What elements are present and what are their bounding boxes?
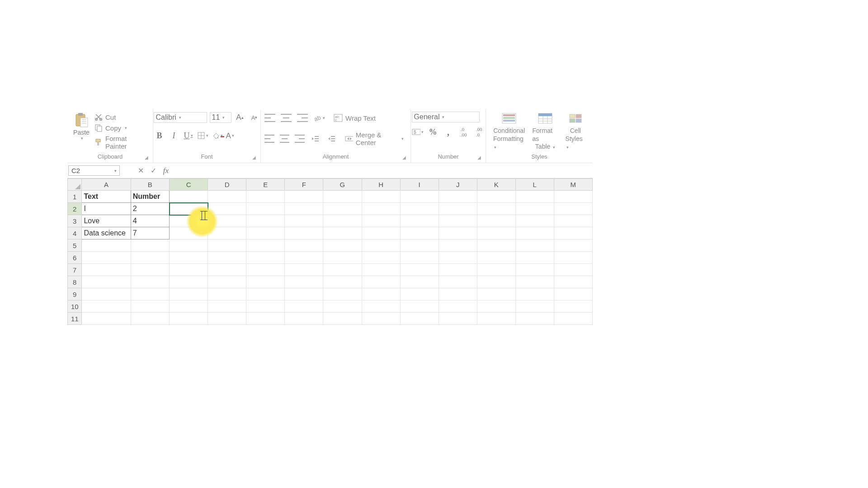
align-left-button[interactable] (264, 135, 274, 143)
cell-E8[interactable] (246, 276, 285, 288)
cell-D7[interactable] (208, 264, 246, 276)
cell-E9[interactable] (246, 288, 285, 300)
cell-J4[interactable] (439, 227, 477, 239)
italic-button[interactable]: I (168, 130, 180, 141)
cancel-edit-button[interactable]: ✕ (134, 166, 147, 175)
cell-I5[interactable] (400, 239, 439, 252)
bold-button[interactable]: B (154, 130, 165, 141)
cell-K10[interactable] (477, 300, 515, 313)
cell-G7[interactable] (323, 264, 362, 276)
orientation-button[interactable]: ab▾ (313, 112, 325, 124)
align-top-button[interactable] (264, 114, 275, 122)
cell-M5[interactable] (554, 239, 592, 252)
cell-A3[interactable]: Love (82, 215, 131, 227)
alignment-launcher-icon[interactable]: ◢ (402, 155, 406, 160)
decrease-decimal-button[interactable]: .00.0 (473, 126, 485, 138)
cell-B1[interactable]: Number (131, 191, 169, 203)
cell-H3[interactable] (362, 215, 400, 227)
cell-A5[interactable] (82, 239, 131, 252)
number-format-combo[interactable]: General▾ (412, 112, 480, 122)
cell-A9[interactable] (82, 288, 131, 300)
cell-D10[interactable] (208, 300, 246, 313)
borders-button[interactable]: ▾ (197, 130, 209, 141)
cell-G9[interactable] (323, 288, 362, 300)
cell-J1[interactable] (439, 191, 477, 203)
font-name-combo[interactable]: Calibri▾ (154, 112, 207, 123)
cell-M11[interactable] (554, 313, 592, 325)
cell-B6[interactable] (131, 252, 169, 264)
underline-button[interactable]: U▾ (183, 130, 194, 141)
cell-F9[interactable] (285, 288, 323, 300)
cell-D3[interactable] (208, 215, 246, 227)
conditional-formatting-button[interactable]: Conditional Formatting ▾ (490, 112, 529, 151)
cell-G6[interactable] (323, 252, 362, 264)
column-header-E[interactable]: E (246, 179, 285, 191)
cell-D8[interactable] (208, 276, 246, 288)
cell-M7[interactable] (554, 264, 592, 276)
align-middle-button[interactable] (281, 114, 292, 122)
format-painter-button[interactable]: Format Painter (94, 133, 149, 151)
cell-G5[interactable] (323, 239, 362, 252)
cell-H11[interactable] (362, 313, 400, 325)
cell-B7[interactable] (131, 264, 169, 276)
cell-J5[interactable] (439, 239, 477, 252)
cell-D2[interactable] (208, 203, 246, 215)
cell-K3[interactable] (477, 215, 515, 227)
cell-A4[interactable]: Data science (82, 227, 131, 239)
cell-L10[interactable] (515, 300, 554, 313)
row-header-2[interactable]: 2 (68, 203, 82, 215)
row-header-7[interactable]: 7 (68, 264, 82, 276)
cell-E7[interactable] (246, 264, 285, 276)
row-header-9[interactable]: 9 (68, 288, 82, 300)
row-header-3[interactable]: 3 (68, 215, 82, 227)
cell-G8[interactable] (323, 276, 362, 288)
cell-K2[interactable] (477, 203, 515, 215)
cell-D1[interactable] (208, 191, 246, 203)
cell-G10[interactable] (323, 300, 362, 313)
cell-B11[interactable] (131, 313, 169, 325)
cell-A1[interactable]: Text (82, 191, 131, 203)
number-launcher-icon[interactable]: ◢ (477, 155, 481, 160)
cell-C7[interactable] (170, 264, 208, 276)
cell-H9[interactable] (362, 288, 400, 300)
decrease-indent-button[interactable] (310, 133, 321, 145)
column-header-M[interactable]: M (554, 179, 592, 191)
cell-C4[interactable] (170, 227, 208, 239)
cell-F8[interactable] (285, 276, 323, 288)
cell-K9[interactable] (477, 288, 515, 300)
cell-M10[interactable] (554, 300, 592, 313)
cell-I11[interactable] (400, 313, 439, 325)
cell-L2[interactable] (515, 203, 554, 215)
cell-A7[interactable] (82, 264, 131, 276)
cell-B8[interactable] (131, 276, 169, 288)
accounting-format-button[interactable]: $▾ (412, 126, 424, 138)
cell-A11[interactable] (82, 313, 131, 325)
cell-I10[interactable] (400, 300, 439, 313)
font-color-button[interactable]: A▾ (226, 130, 238, 141)
cell-L9[interactable] (515, 288, 554, 300)
increase-indent-button[interactable] (326, 133, 336, 145)
cell-F1[interactable] (285, 191, 323, 203)
align-right-button[interactable] (295, 135, 305, 143)
cell-E1[interactable] (246, 191, 285, 203)
cell-H7[interactable] (362, 264, 400, 276)
cell-J6[interactable] (439, 252, 477, 264)
cell-I1[interactable] (400, 191, 439, 203)
merge-center-button[interactable]: Merge & Center▾ (342, 129, 407, 149)
cell-M1[interactable] (554, 191, 592, 203)
cell-L7[interactable] (515, 264, 554, 276)
cell-K11[interactable] (477, 313, 515, 325)
cell-J9[interactable] (439, 288, 477, 300)
cell-L8[interactable] (515, 276, 554, 288)
cell-styles-button[interactable]: Cell Styles ▾ (562, 112, 589, 151)
cell-F6[interactable] (285, 252, 323, 264)
decrease-font-button[interactable]: A▾ (249, 112, 260, 123)
cell-C5[interactable] (170, 239, 208, 252)
cell-I6[interactable] (400, 252, 439, 264)
cell-K6[interactable] (477, 252, 515, 264)
cell-J2[interactable] (439, 203, 477, 215)
clipboard-launcher-icon[interactable]: ◢ (145, 155, 148, 160)
cell-J10[interactable] (439, 300, 477, 313)
cell-J11[interactable] (439, 313, 477, 325)
cell-M3[interactable] (554, 215, 592, 227)
